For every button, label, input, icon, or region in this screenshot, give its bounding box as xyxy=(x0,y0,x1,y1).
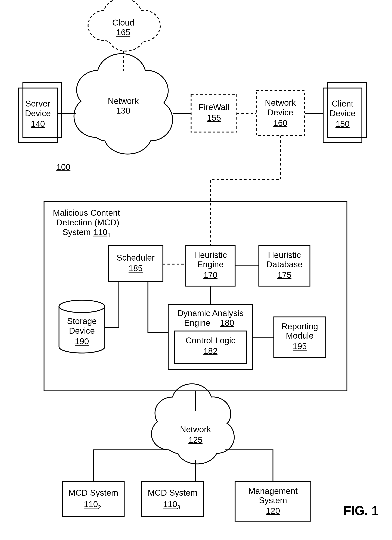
network-bottom-ref: 125 xyxy=(188,435,202,445)
server-device-label1: Server xyxy=(25,99,50,108)
server-device: Server Device 140 xyxy=(19,83,62,143)
scheduler-box: Scheduler 185 xyxy=(108,246,163,282)
server-device-label2: Device xyxy=(25,109,51,118)
mgmt-ref: 120 xyxy=(266,506,280,515)
cloud-top: Cloud 165 xyxy=(88,0,160,71)
mcd2-ref: 110 xyxy=(84,500,98,509)
client-device: Client Device 150 xyxy=(323,83,366,143)
heuristic-engine-label1: Heuristic xyxy=(194,250,227,260)
heuristic-db-label1: Heuristic xyxy=(268,250,301,260)
network-main-ref: 130 xyxy=(116,106,130,115)
dyn-label2: Engine xyxy=(184,318,210,327)
dynamic-analysis-box: Dynamic Analysis Engine 180 Control Logi… xyxy=(168,305,253,370)
figure-label: FIG. 1 xyxy=(343,504,379,518)
firewall-label: FireWall xyxy=(199,102,229,112)
scheduler-label: Scheduler xyxy=(117,253,155,262)
mgmt-label2: System xyxy=(259,496,287,505)
mcd2-label: MCD System xyxy=(69,488,118,497)
mcd-sub: 1 xyxy=(107,232,111,239)
heuristic-engine-ref: 170 xyxy=(203,270,217,280)
heuristic-db-ref: 175 xyxy=(277,270,291,280)
heuristic-engine-box: Heuristic Engine 170 xyxy=(186,246,235,286)
network-device-label2: Device xyxy=(267,108,293,117)
system-ref: 100 xyxy=(56,162,70,172)
mcd-system-3-box: MCD System 110 3 xyxy=(142,481,203,517)
mcd-ref: 110 xyxy=(93,227,107,237)
firewall-box: FireWall 155 xyxy=(191,94,237,132)
svg-rect-22 xyxy=(63,481,124,517)
cloud-top-ref: 165 xyxy=(116,28,130,37)
control-ref: 182 xyxy=(203,346,217,356)
firewall-ref: 155 xyxy=(207,113,221,122)
dyn-label1: Dynamic Analysis xyxy=(177,309,244,318)
heuristic-db-box: Heuristic Database 175 xyxy=(259,246,310,286)
storage-label1: Storage xyxy=(67,316,97,326)
client-device-label1: Client xyxy=(332,99,353,108)
mcd-system-2-box: MCD System 110 2 xyxy=(63,481,124,517)
reporting-ref: 195 xyxy=(293,342,307,351)
control-label: Control Logic xyxy=(186,336,236,345)
storage-label2: Device xyxy=(69,326,95,335)
network-device-box: Network Device 160 xyxy=(256,91,305,135)
storage-device: Storage Device 190 xyxy=(59,300,105,353)
server-device-ref: 140 xyxy=(31,119,45,129)
management-system-box: Management System 120 xyxy=(235,481,311,521)
reporting-label1: Reporting xyxy=(281,322,318,331)
mcd2-sub: 2 xyxy=(98,504,101,511)
mcd-label3a: System xyxy=(63,227,91,237)
mcd3-sub: 3 xyxy=(177,504,180,511)
network-bottom-label: Network xyxy=(180,425,211,434)
svg-point-16 xyxy=(59,300,105,313)
client-device-label2: Device xyxy=(330,109,356,118)
mcd3-ref: 110 xyxy=(163,500,177,509)
client-device-ref: 150 xyxy=(336,119,350,129)
mcd-label2: Detection (MCD) xyxy=(56,218,119,227)
mgmt-label1: Management xyxy=(248,486,298,496)
mcd-label1: Malicious Content xyxy=(53,208,120,217)
network-device-ref: 160 xyxy=(273,118,287,128)
network-main-cloud: Network 130 xyxy=(74,54,173,154)
svg-rect-23 xyxy=(142,481,203,517)
storage-ref: 190 xyxy=(75,337,89,346)
network-main-label: Network xyxy=(108,96,139,106)
mcd3-label: MCD System xyxy=(148,488,198,497)
reporting-module-box: Reporting Module 195 xyxy=(274,317,326,357)
heuristic-db-label2: Database xyxy=(266,260,302,269)
reporting-label2: Module xyxy=(286,331,313,340)
network-device-label1: Network xyxy=(265,98,296,107)
cloud-top-label: Cloud xyxy=(112,18,134,27)
network-bottom-cloud: Network 125 xyxy=(151,384,234,464)
heuristic-engine-label2: Engine xyxy=(197,260,223,269)
scheduler-ref: 185 xyxy=(129,264,143,273)
dyn-ref: 180 xyxy=(220,318,234,327)
